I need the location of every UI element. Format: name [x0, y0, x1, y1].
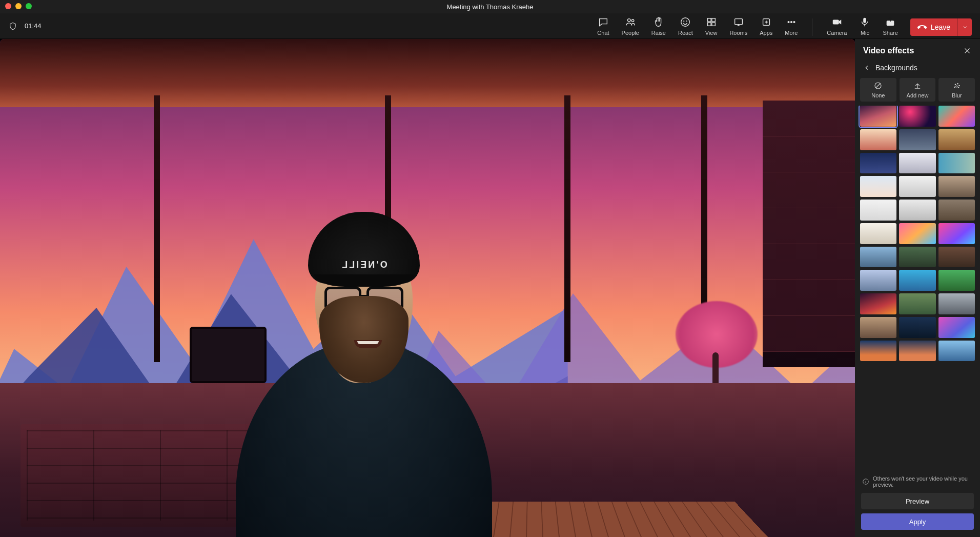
background-thumbnail[interactable]: [860, 153, 896, 174]
background-thumbnail[interactable]: [938, 106, 975, 127]
add-icon: [913, 81, 922, 90]
apps-button[interactable]: Apps: [760, 16, 772, 36]
background-thumbnail[interactable]: [899, 341, 935, 362]
background-thumbnail[interactable]: [938, 317, 975, 338]
background-thumbnail[interactable]: [938, 223, 975, 244]
background-thumbnail[interactable]: [860, 247, 896, 268]
shield-icon[interactable]: [8, 22, 17, 31]
window-title: Meeting with Thomas Kraehe: [447, 3, 534, 11]
background-add-new-button[interactable]: Add new: [900, 78, 936, 102]
share-button[interactable]: Share: [883, 16, 897, 36]
people-button[interactable]: People: [622, 16, 639, 36]
background-thumbnail[interactable]: [860, 317, 896, 338]
svg-point-18: [955, 84, 956, 85]
svg-rect-9: [734, 18, 742, 24]
camera-button[interactable]: Camera: [827, 16, 847, 36]
react-button[interactable]: React: [678, 16, 693, 36]
svg-point-0: [627, 18, 630, 22]
background-thumbnail[interactable]: [938, 270, 975, 291]
close-panel-button[interactable]: [963, 46, 972, 55]
toolbar-separator: [812, 18, 812, 36]
background-none-button[interactable]: None: [860, 78, 896, 102]
meeting-toolbar: 01:44 Chat People Raise React View Rooms: [0, 13, 980, 39]
people-icon: [625, 16, 636, 28]
background-thumbnail[interactable]: [899, 223, 935, 244]
background-thumbnail[interactable]: [860, 293, 896, 314]
svg-point-22: [954, 87, 955, 88]
raise-hand-button[interactable]: Raise: [651, 16, 666, 36]
apply-button[interactable]: Apply: [861, 513, 974, 530]
background-thumbnail[interactable]: [938, 247, 975, 268]
rooms-icon: [733, 16, 744, 28]
svg-point-3: [684, 21, 684, 21]
blur-icon: [952, 81, 962, 90]
svg-rect-15: [864, 17, 867, 23]
info-icon: [862, 478, 869, 485]
background-thumbnail[interactable]: [899, 129, 935, 150]
background-thumbnail[interactable]: [860, 106, 896, 127]
background-thumbnail[interactable]: [938, 200, 975, 221]
view-button[interactable]: View: [705, 16, 718, 36]
breadcrumb-back[interactable]: Backgrounds: [855, 61, 980, 78]
leave-menu-button[interactable]: [957, 18, 972, 36]
svg-point-21: [955, 86, 957, 87]
share-icon: [885, 16, 896, 28]
svg-rect-6: [711, 18, 714, 21]
breadcrumb-label: Backgrounds: [875, 64, 917, 72]
svg-rect-14: [833, 19, 839, 24]
background-thumbnail-grid: [855, 106, 980, 470]
cap-logo: O'NEILL: [308, 260, 420, 270]
background-thumbnail[interactable]: [938, 129, 975, 150]
close-icon: [963, 46, 972, 55]
svg-rect-5: [707, 18, 710, 21]
view-icon: [706, 16, 717, 28]
rooms-button[interactable]: Rooms: [729, 16, 747, 36]
background-thumbnail[interactable]: [899, 106, 935, 127]
background-thumbnail[interactable]: [938, 293, 975, 314]
chat-icon: [598, 16, 609, 28]
maximize-window-icon[interactable]: [26, 3, 32, 9]
background-thumbnail[interactable]: [899, 153, 935, 174]
leave-label: Leave: [931, 23, 950, 31]
chevron-left-icon: [863, 64, 870, 71]
more-icon: [786, 16, 797, 28]
leave-button[interactable]: Leave: [910, 18, 957, 36]
react-icon: [680, 16, 691, 28]
apps-icon: [761, 16, 772, 28]
close-window-icon[interactable]: [5, 3, 11, 9]
background-thumbnail[interactable]: [938, 176, 975, 197]
more-button[interactable]: More: [785, 16, 798, 36]
mic-button[interactable]: Mic: [859, 16, 870, 36]
panel-title: Video effects: [863, 46, 914, 55]
background-thumbnail[interactable]: [899, 176, 935, 197]
background-thumbnail[interactable]: [899, 200, 935, 221]
svg-point-11: [788, 21, 789, 23]
svg-point-1: [631, 19, 634, 22]
svg-point-20: [958, 85, 959, 86]
background-thumbnail[interactable]: [899, 293, 935, 314]
video-stage: O'NEILL: [0, 39, 855, 537]
background-thumbnail[interactable]: [938, 341, 975, 362]
background-thumbnail[interactable]: [860, 341, 896, 362]
background-thumbnail[interactable]: [860, 270, 896, 291]
background-thumbnail[interactable]: [860, 129, 896, 150]
preview-button[interactable]: Preview: [861, 493, 974, 509]
participant-video: O'NEILL: [215, 209, 502, 537]
svg-point-23: [958, 87, 959, 88]
camera-icon: [831, 16, 843, 28]
background-thumbnail[interactable]: [899, 270, 935, 291]
chevron-down-icon: [962, 24, 968, 30]
background-thumbnail[interactable]: [899, 317, 935, 338]
background-thumbnail[interactable]: [938, 153, 975, 174]
chat-button[interactable]: Chat: [597, 16, 609, 36]
background-thumbnail[interactable]: [860, 200, 896, 221]
preview-notice: Others won't see your video while you pr…: [861, 474, 974, 489]
background-thumbnail[interactable]: [860, 223, 896, 244]
svg-point-2: [681, 17, 690, 26]
background-thumbnail[interactable]: [860, 176, 896, 197]
meeting-timer: 01:44: [25, 22, 42, 30]
background-thumbnail[interactable]: [899, 247, 935, 268]
none-icon: [873, 81, 883, 90]
background-blur-button[interactable]: Blur: [938, 78, 975, 102]
minimize-window-icon[interactable]: [15, 3, 22, 9]
